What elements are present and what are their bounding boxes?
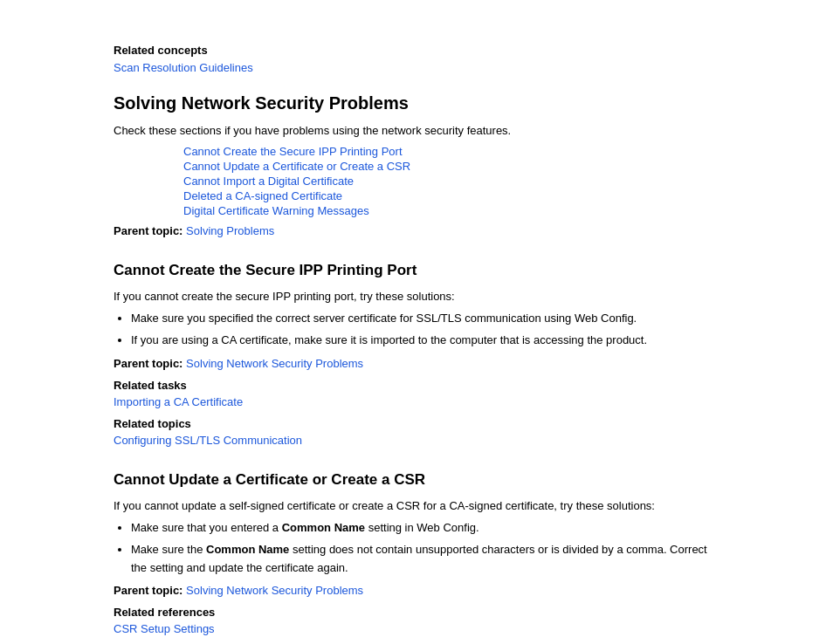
scan-resolution-guidelines-link[interactable]: Scan Resolution Guidelines (114, 61, 253, 74)
section2-bullet-1-before: Make sure that you entered a (131, 521, 282, 534)
section2-parent-label: Parent topic: (114, 584, 182, 597)
link-digital-cert-warning[interactable]: Digital Certificate Warning Messages (183, 204, 719, 217)
csr-setup-settings-link[interactable]: CSR Setup Settings (114, 622, 215, 635)
link-deleted-ca-cert[interactable]: Deleted a CA-signed Certificate (183, 189, 719, 202)
section1-bullets: Make sure you specified the correct serv… (131, 310, 719, 350)
section1-bullet-1: Make sure you specified the correct serv… (131, 310, 719, 328)
page-container: Related concepts Scan Resolution Guideli… (0, 0, 833, 644)
section2-related-references-label: Related references (114, 606, 719, 619)
section2-bullet-2-bold: Common Name (206, 543, 289, 556)
solving-problems-link[interactable]: Solving Problems (186, 224, 274, 237)
section1-intro: If you cannot create the secure IPP prin… (114, 288, 719, 305)
main-parent-topic: Parent topic: Solving Problems (114, 224, 719, 237)
section2-bullet-2-before: Make sure the (131, 543, 206, 556)
related-concepts-label: Related concepts (114, 44, 719, 57)
related-concepts-block: Related concepts Scan Resolution Guideli… (114, 44, 719, 74)
section1-bullet-2: If you are using a CA certificate, make … (131, 332, 719, 350)
section1-parent-topic: Parent topic: Solving Network Security P… (114, 357, 719, 370)
link-cannot-update-cert[interactable]: Cannot Update a Certificate or Create a … (183, 160, 719, 173)
importing-ca-cert-link[interactable]: Importing a CA Certificate (114, 395, 243, 408)
section2-bullet-2: Make sure the Common Name setting does n… (131, 541, 719, 578)
configuring-ssl-tls-link[interactable]: Configuring SSL/TLS Communication (114, 434, 302, 447)
section2-intro: If you cannot update a self-signed certi… (114, 497, 719, 515)
solving-network-security-intro: Check these sections if you have problem… (114, 122, 719, 140)
main-links-block: Cannot Create the Secure IPP Printing Po… (183, 145, 719, 217)
section2-bullet-1-bold: Common Name (282, 521, 365, 534)
cannot-update-cert-heading: Cannot Update a Certificate or Create a … (114, 471, 719, 489)
link-cannot-create-ipp[interactable]: Cannot Create the Secure IPP Printing Po… (183, 145, 719, 158)
section1-related-tasks-label: Related tasks (114, 379, 719, 392)
parent-topic-label: Parent topic: (114, 224, 182, 237)
section2-bullets: Make sure that you entered a Common Name… (131, 519, 719, 577)
solving-network-security-heading: Solving Network Security Problems (114, 93, 719, 113)
section1-parent-link[interactable]: Solving Network Security Problems (186, 357, 363, 370)
cannot-create-ipp-heading: Cannot Create the Secure IPP Printing Po… (114, 262, 719, 279)
section1-parent-label: Parent topic: (114, 357, 182, 370)
section1-related-topics-label: Related topics (114, 417, 719, 430)
section2-bullet-1: Make sure that you entered a Common Name… (131, 519, 719, 538)
section2-parent-link[interactable]: Solving Network Security Problems (186, 584, 363, 597)
section2-bullet-1-after: setting in Web Config. (365, 521, 479, 534)
link-cannot-import-cert[interactable]: Cannot Import a Digital Certificate (183, 175, 719, 188)
section2-parent-topic: Parent topic: Solving Network Security P… (114, 584, 719, 597)
